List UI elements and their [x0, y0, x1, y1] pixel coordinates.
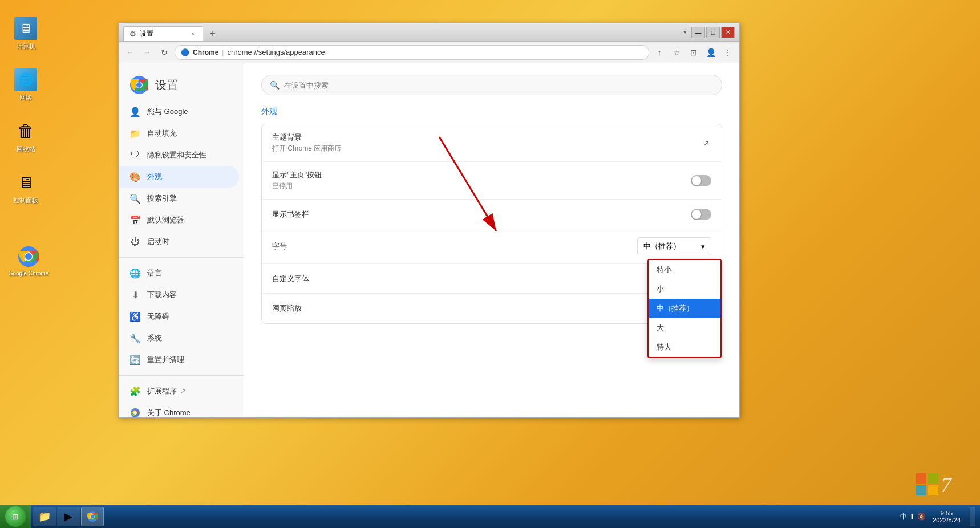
home-button-action — [691, 175, 711, 186]
start-icon: ⊞ — [12, 512, 19, 521]
address-separator: | — [222, 48, 224, 56]
sidebar-divider — [119, 257, 244, 258]
search-bar[interactable]: 🔍 — [261, 75, 722, 95]
font-size-option-medium[interactable]: 中（推荐） — [649, 299, 720, 318]
sidebar-label-reset: 重置并清理 — [147, 355, 184, 365]
taskbar-clock[interactable]: 9:55 2022/8/24 — [928, 510, 965, 523]
sidebar-label-privacy: 隐私设置和安全性 — [147, 150, 206, 160]
custom-font-info: 自定义字体 — [272, 274, 708, 284]
home-button-toggle[interactable] — [691, 175, 711, 186]
theme-row: 主题背景 打开 Chrome 应用商店 ↗ — [262, 124, 722, 162]
refresh-button[interactable]: ↻ — [157, 46, 171, 59]
svg-rect-6 — [916, 485, 926, 495]
sidebar-item-autofill[interactable]: 📁 自动填充 — [119, 123, 239, 144]
minimize-button[interactable]: — — [691, 27, 705, 38]
sidebar-item-profile[interactable]: 👤 您与 Google — [119, 101, 239, 123]
sidebar-item-language[interactable]: 🌐 语言 — [119, 262, 239, 284]
recycle-icon: 🗑 — [14, 120, 37, 143]
settings-tab[interactable]: ⚙ 设置 × — [123, 26, 203, 41]
desktop-icon-chrome[interactable]: Google Chrome — [6, 245, 51, 277]
address-bar[interactable]: 🔵 Chrome | chrome://settings/appearance — [175, 45, 649, 60]
font-size-option-large[interactable]: 大 — [649, 318, 720, 338]
sidebar-item-accessibility[interactable]: ♿ 无障碍 — [119, 306, 239, 327]
sidebar-item-extensions[interactable]: 🧩 扩展程序 ↗ — [119, 380, 239, 402]
font-size-row: 字号 中（推荐） ▾ 特小 小 中（推荐） 大 特大 — [262, 229, 722, 264]
desktop-icon-computer[interactable]: 🖥 计算机 — [6, 17, 46, 51]
close-button[interactable]: ✕ — [721, 27, 735, 38]
sidebar-item-privacy[interactable]: 🛡 隐私设置和安全性 — [119, 144, 239, 166]
font-size-option-extra-small[interactable]: 特小 — [649, 260, 720, 279]
taskbar-item-chrome[interactable] — [81, 507, 104, 526]
tab-close-button[interactable]: × — [189, 30, 197, 38]
extensions-icon: 🧩 — [130, 386, 140, 396]
forward-button[interactable]: → — [140, 46, 154, 59]
new-tab-button[interactable]: + — [205, 26, 220, 41]
profile-button[interactable]: 👤 — [704, 46, 718, 59]
bookmarks-toggle[interactable] — [691, 209, 711, 220]
font-size-select[interactable]: 中（推荐） ▾ — [637, 237, 711, 255]
taskbar-item-explorer[interactable]: 📁 — [33, 507, 56, 526]
browser-tabs: ⚙ 设置 × + — [123, 23, 403, 41]
network-icon: 🌐 — [14, 68, 37, 91]
sidebar-item-download[interactable]: ⬇ 下载内容 — [119, 284, 239, 306]
sidebar-item-system[interactable]: 🔧 系统 — [119, 327, 239, 349]
settings-tab-icon: ⚙ — [129, 30, 136, 38]
sidebar-item-appearance[interactable]: 🎨 外观 — [119, 166, 239, 188]
sidebar-item-about[interactable]: 关于 Chrome — [119, 402, 239, 417]
clock-time: 9:55 — [941, 510, 953, 517]
home-button-title: 显示"主页"按钮 — [272, 170, 691, 180]
taskbar-item-media[interactable]: ▶ — [57, 507, 80, 526]
back-button[interactable]: ← — [123, 46, 137, 59]
sidebar-item-browser[interactable]: 📅 默认浏览器 — [119, 209, 239, 231]
svg-point-12 — [133, 411, 137, 415]
browser-icon: 📅 — [130, 215, 140, 225]
font-size-dropdown: 特小 小 中（推荐） 大 特大 — [647, 259, 722, 358]
sidebar-label-profile: 您与 Google — [147, 107, 188, 117]
computer-label: 计算机 — [17, 42, 35, 51]
svg-rect-5 — [928, 473, 938, 484]
settings-sidebar: 设置 👤 您与 Google 📁 自动填充 🛡 隐私设置和安全性 🎨 外观 🔍 … — [119, 63, 244, 417]
theme-external-icon[interactable]: ↗ — [701, 138, 711, 148]
sidebar-item-search[interactable]: 🔍 搜索引擎 — [119, 188, 239, 209]
settings-title: 设置 — [155, 78, 178, 93]
page-zoom-info: 网页缩放 — [272, 303, 708, 314]
address-site: Chrome — [193, 48, 218, 56]
svg-rect-4 — [916, 473, 926, 484]
computer-icon: 🖥 — [14, 17, 37, 40]
show-desktop-button[interactable] — [970, 507, 975, 526]
start-button[interactable]: ⊞ — [0, 505, 31, 528]
share-button[interactable]: ↑ — [653, 46, 666, 59]
sidebar-label-search: 搜索引擎 — [147, 193, 177, 204]
bookmarks-row: 显示书签栏 — [262, 200, 722, 229]
desktop-icon-network[interactable]: 🌐 网络 — [6, 68, 46, 102]
menu-button[interactable]: ⋮ — [721, 46, 735, 59]
windows7-logo-area: 7 — [916, 473, 951, 497]
bookmark-button[interactable]: ☆ — [670, 46, 683, 59]
sidebar-label-browser: 默认浏览器 — [147, 215, 184, 225]
notification-icons: 中 ⬆ 🔇 — [900, 512, 926, 522]
home-button-row: 显示"主页"按钮 已停用 — [262, 162, 722, 200]
desktop-icon-recycle[interactable]: 🗑 回收站 — [6, 120, 46, 153]
recycle-label: 回收站 — [17, 145, 35, 153]
sidebar-label-system: 系统 — [147, 333, 162, 343]
settings-logo: 设置 — [119, 69, 244, 101]
tray-icon-1: ⬆ — [909, 513, 915, 521]
appearance-icon: 🎨 — [130, 172, 140, 182]
sidebar-item-reset[interactable]: 🔄 重置并清理 — [119, 349, 239, 371]
font-size-option-small[interactable]: 小 — [649, 279, 720, 299]
search-input[interactable] — [284, 81, 714, 90]
dropdown-btn[interactable]: ▾ — [683, 29, 687, 36]
tray-icon-2: 🔇 — [917, 513, 926, 521]
external-link-icon: ↗ — [180, 387, 186, 395]
desktop-icon-control-panel[interactable]: 🖥 控制面板 — [6, 171, 46, 205]
control-panel-icon: 🖥 — [14, 171, 37, 194]
browser-window: ⚙ 设置 × + ▾ — □ ✕ ← → ↻ 🔵 Chrome | chrome… — [118, 23, 740, 418]
split-view-button[interactable]: ⊡ — [687, 46, 700, 59]
chrome-desktop-label: Google Chrome — [9, 270, 49, 277]
font-size-option-extra-large[interactable]: 特大 — [649, 338, 720, 357]
sidebar-item-startup[interactable]: ⏻ 启动时 — [119, 231, 239, 253]
theme-title: 主题背景 — [272, 132, 701, 143]
start-orb: ⊞ — [5, 506, 26, 527]
maximize-button[interactable]: □ — [706, 27, 720, 38]
font-size-action: 中（推荐） ▾ — [637, 237, 711, 255]
